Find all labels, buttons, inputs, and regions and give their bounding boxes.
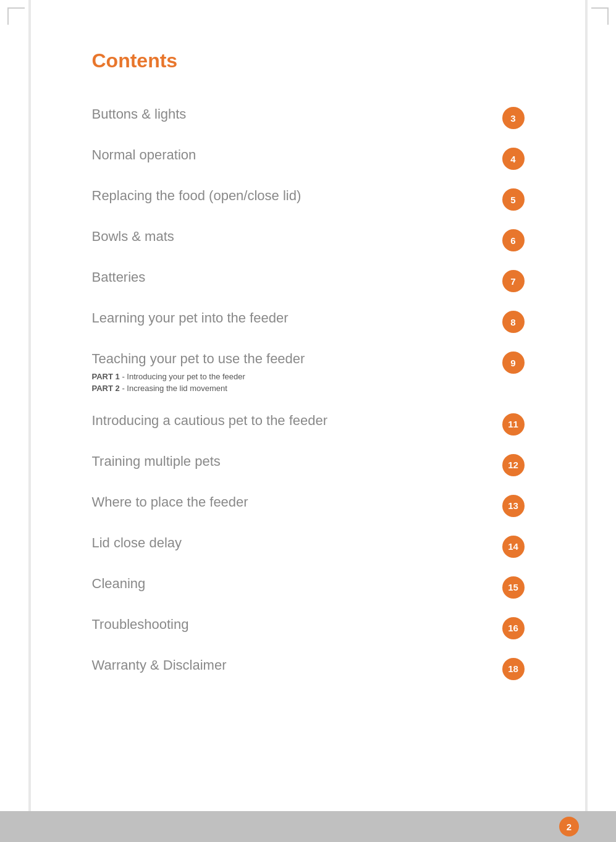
toc-item-part2-teaching-pet: PART 2 - Increasing the lid movement: [92, 382, 490, 395]
page-badge-troubleshooting: 16: [502, 617, 525, 639]
toc-item-title-normal-operation: Normal operation: [92, 146, 490, 164]
toc-item-text-lid-close-delay: Lid close delay: [92, 534, 502, 552]
page-badge-normal-operation: 4: [502, 148, 525, 170]
toc-list: Buttons & lights3Normal operation4Replac…: [92, 97, 525, 689]
toc-item-learning-pet: Learning your pet into the feeder8: [92, 301, 525, 342]
page-badge-bowls-mats: 6: [502, 229, 525, 251]
toc-item-title-cautious-pet: Introducing a cautious pet to the feeder: [92, 412, 490, 430]
page-badge-learning-pet: 8: [502, 311, 525, 333]
toc-item-title-teaching-pet: Teaching your pet to use the feeder: [92, 350, 490, 368]
footer-bar: 2: [0, 811, 616, 842]
toc-item-text-buttons-lights: Buttons & lights: [92, 106, 502, 124]
toc-item-title-where-to-place: Where to place the feeder: [92, 494, 490, 512]
page-badge-warranty: 18: [502, 658, 525, 680]
toc-item-title-cleaning: Cleaning: [92, 575, 490, 593]
toc-item-title-buttons-lights: Buttons & lights: [92, 106, 490, 124]
toc-item-title-learning-pet: Learning your pet into the feeder: [92, 309, 490, 327]
toc-item-multiple-pets: Training multiple pets12: [92, 444, 525, 485]
main-content: Contents Buttons & lights3Normal operati…: [30, 0, 586, 738]
toc-item-text-teaching-pet: Teaching your pet to use the feederPART …: [92, 350, 502, 395]
page-badge-cautious-pet: 11: [502, 413, 525, 436]
toc-item-cleaning: Cleaning15: [92, 566, 525, 607]
toc-item-text-warranty: Warranty & Disclaimer: [92, 657, 502, 675]
toc-item-title-bowls-mats: Bowls & mats: [92, 228, 490, 246]
toc-item-text-bowls-mats: Bowls & mats: [92, 228, 502, 246]
toc-item-title-lid-close-delay: Lid close delay: [92, 534, 490, 552]
page-badge-batteries: 7: [502, 270, 525, 292]
toc-item-cautious-pet: Introducing a cautious pet to the feeder…: [92, 403, 525, 444]
toc-item-normal-operation: Normal operation4: [92, 138, 525, 179]
corner-bracket-tl: [7, 7, 25, 25]
page-badge-multiple-pets: 12: [502, 454, 525, 476]
toc-item-title-warranty: Warranty & Disclaimer: [92, 657, 490, 675]
toc-item-title-multiple-pets: Training multiple pets: [92, 453, 490, 471]
toc-item-batteries: Batteries7: [92, 260, 525, 301]
toc-item-troubleshooting: Troubleshooting16: [92, 607, 525, 648]
page-title: Contents: [92, 49, 525, 72]
toc-item-text-normal-operation: Normal operation: [92, 146, 502, 164]
toc-item-bowls-mats: Bowls & mats6: [92, 219, 525, 260]
toc-item-where-to-place: Where to place the feeder13: [92, 485, 525, 526]
toc-item-text-cleaning: Cleaning: [92, 575, 502, 593]
toc-item-teaching-pet: Teaching your pet to use the feederPART …: [92, 342, 525, 403]
toc-item-text-multiple-pets: Training multiple pets: [92, 453, 502, 471]
toc-item-text-batteries: Batteries: [92, 269, 502, 287]
page-badge-teaching-pet: 9: [502, 352, 525, 374]
toc-item-sub-teaching-pet: PART 1 - Introducing your pet to the fee…: [92, 371, 490, 395]
toc-item-lid-close-delay: Lid close delay14: [92, 526, 525, 566]
page-badge-buttons-lights: 3: [502, 107, 525, 129]
page-badge-replacing-food: 5: [502, 188, 525, 211]
toc-item-warranty: Warranty & Disclaimer18: [92, 648, 525, 689]
toc-item-text-where-to-place: Where to place the feeder: [92, 494, 502, 512]
toc-item-title-troubleshooting: Troubleshooting: [92, 616, 490, 634]
corner-bracket-tr: [591, 7, 609, 25]
page-badge-where-to-place: 13: [502, 495, 525, 517]
toc-item-title-replacing-food: Replacing the food (open/close lid): [92, 187, 490, 205]
toc-item-text-cautious-pet: Introducing a cautious pet to the feeder: [92, 412, 502, 430]
footer-page-badge: 2: [559, 817, 579, 836]
toc-item-title-batteries: Batteries: [92, 269, 490, 287]
toc-item-part1-teaching-pet: PART 1 - Introducing your pet to the fee…: [92, 371, 490, 383]
page-badge-lid-close-delay: 14: [502, 536, 525, 558]
toc-item-buttons-lights: Buttons & lights3: [92, 97, 525, 138]
toc-item-replacing-food: Replacing the food (open/close lid)5: [92, 179, 525, 219]
toc-item-text-learning-pet: Learning your pet into the feeder: [92, 309, 502, 327]
page-badge-cleaning: 15: [502, 576, 525, 599]
toc-item-text-troubleshooting: Troubleshooting: [92, 616, 502, 634]
toc-item-text-replacing-food: Replacing the food (open/close lid): [92, 187, 502, 205]
